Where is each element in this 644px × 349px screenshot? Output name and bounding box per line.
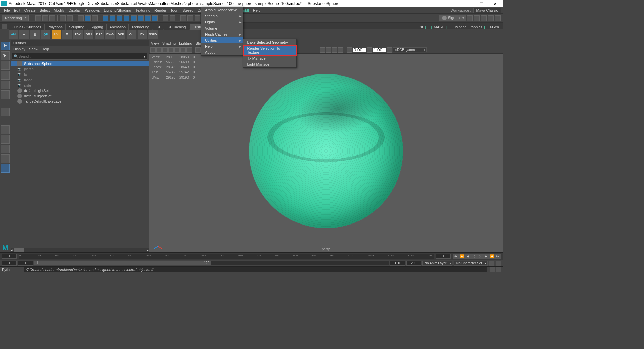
goto-start-icon[interactable]: ⏮	[453, 254, 459, 259]
vp-grid-icon[interactable]	[168, 47, 174, 53]
vp-xray-icon[interactable]	[326, 47, 331, 53]
outliner-search[interactable]: 🔍 ▾	[12, 53, 147, 60]
arnold-menu-standin[interactable]: StandIn▸	[201, 13, 243, 19]
shelf-btn-dae[interactable]: DAE	[95, 30, 104, 39]
time-slider-track[interactable]: 6011516522027532538043548554059564570075…	[19, 254, 434, 259]
layout-icon-4[interactable]	[488, 15, 494, 21]
step-back-icon[interactable]: ◀	[465, 254, 471, 259]
outliner-scrollbar[interactable]: ◂ ▸	[11, 248, 149, 252]
arnold-menu-flushcaches[interactable]: Flush Caches▸	[201, 31, 243, 37]
shelf-btn-fbx[interactable]: FBX	[73, 30, 83, 39]
vp-xray-active-icon[interactable]	[338, 47, 343, 53]
workspace-dropdown[interactable]: Maya Classic	[473, 8, 501, 13]
open-scene-icon[interactable]	[42, 15, 48, 21]
outliner-item-defaultobjectset[interactable]: defaultObjectSet	[11, 93, 149, 99]
save-scene-icon[interactable]	[49, 15, 55, 21]
vp-gamma-icon[interactable]	[367, 47, 372, 53]
two-pane-icon[interactable]	[1, 145, 10, 153]
viewport-menu-shading[interactable]: Shading	[162, 41, 176, 45]
vp-xray-joints-icon[interactable]	[332, 47, 337, 53]
menu-render[interactable]: Render	[152, 8, 168, 12]
vp-bookmark-icon[interactable]	[156, 47, 162, 53]
arnold-menu-arnoldrenderview[interactable]: Arnold RenderView	[201, 7, 243, 13]
vp-image-plane-icon[interactable]	[162, 47, 168, 53]
arnold-menu[interactable]: Arnold RenderViewStandIn▸Lights▸VolumeFl…	[201, 7, 243, 56]
playback-end-field[interactable]	[390, 261, 405, 266]
menu-texturing[interactable]: Texturing	[133, 8, 152, 12]
persp-graph-icon[interactable]	[1, 164, 10, 173]
shelf-btn-[interactable]: ●	[19, 30, 29, 39]
shelf-btn-ex[interactable]: EX	[138, 30, 147, 39]
outliner-menu-show[interactable]: Show	[29, 47, 38, 52]
shelf-tab-mash[interactable]: [ MASH ]	[428, 24, 450, 30]
window-minimize[interactable]: —	[462, 0, 475, 7]
shelf-tab-rendering[interactable]: Rendering	[129, 24, 152, 30]
ipr-icon[interactable]	[195, 15, 200, 21]
outliner-item-turtledefaultbakelayer[interactable]: TurtleDefaultBakeLayer	[11, 99, 149, 104]
arnold-menu-help[interactable]: Help▸	[201, 43, 243, 49]
step-forward-key-icon[interactable]: ⏩	[489, 254, 495, 259]
time-slider[interactable]: 6011516522027532538043548554059564570075…	[0, 252, 503, 260]
help-line-icon[interactable]	[496, 267, 501, 272]
redo-icon[interactable]	[67, 15, 73, 21]
shelf-btn-am[interactable]: AM	[9, 30, 18, 39]
goto-end-icon[interactable]: ⏭	[495, 254, 501, 259]
vp-resolution-gate-icon[interactable]	[180, 47, 186, 53]
scroll-right-icon[interactable]: ▸	[147, 248, 149, 252]
menu-display[interactable]: Display	[67, 8, 83, 12]
character-set-dropdown[interactable]: No Character Set	[454, 261, 488, 266]
signin-dropdown[interactable]: Sign In	[439, 15, 466, 21]
window-close[interactable]: ✕	[488, 0, 502, 7]
layout-icon-5[interactable]	[495, 15, 501, 21]
outliner-item-top[interactable]: top	[11, 72, 149, 77]
menu-stereo[interactable]: Stereo	[180, 8, 195, 12]
snap-point-icon[interactable]	[117, 15, 122, 21]
range-end-field[interactable]	[406, 261, 421, 266]
scale-tool-icon[interactable]	[1, 90, 10, 99]
construction-history-icon[interactable]	[180, 15, 186, 21]
shelf-btn-dxf[interactable]: DXF	[116, 30, 125, 39]
shelf-tab-polygons[interactable]: Polygons	[44, 24, 65, 30]
script-editor-icon[interactable]	[490, 267, 495, 272]
viewport-menu-lighting[interactable]: Lighting	[179, 41, 192, 45]
shelf-btn-uv[interactable]: UV	[52, 30, 61, 39]
layout-icon-2[interactable]	[474, 15, 480, 21]
vp-exposure-icon[interactable]	[347, 47, 352, 53]
vp-exposure-field[interactable]	[353, 48, 366, 52]
select-by-hierarchy-icon[interactable]	[85, 15, 91, 21]
vp-wire-icon[interactable]	[195, 47, 201, 53]
current-time-field[interactable]	[2, 254, 17, 259]
range-slider-track[interactable]: 1 120	[34, 261, 389, 265]
prefs-icon[interactable]	[496, 261, 501, 266]
select-by-object-icon[interactable]	[92, 15, 98, 21]
lasso-tool-icon[interactable]	[1, 51, 10, 60]
snap-x-icon[interactable]	[145, 15, 151, 21]
menu-windows[interactable]: Windows	[83, 8, 102, 12]
step-forward-icon[interactable]: ▶	[483, 254, 489, 259]
vp-camera-icon[interactable]	[150, 47, 156, 53]
range-slider-handle[interactable]: 1 120	[34, 261, 211, 265]
arnold-menu-lights[interactable]: Lights▸	[201, 19, 243, 25]
utilities-renderselectiontotexture[interactable]: Render Selection To Texture	[243, 45, 296, 55]
outliner-tree[interactable]: SubstanceSpherepersptopfrontsidedefaultL…	[11, 60, 149, 248]
shelf-tab-curvessurfaces[interactable]: Curves / Surfaces	[9, 24, 44, 30]
move-tool-icon[interactable]	[1, 71, 10, 80]
render-icon[interactable]	[187, 15, 193, 21]
outliner-menu-help[interactable]: Help	[42, 47, 49, 52]
shelf-btn-[interactable]: ⚙	[62, 30, 72, 39]
menu-toon[interactable]: Toon	[168, 8, 180, 12]
vp-colorspace-icon[interactable]	[387, 47, 392, 53]
four-pane-icon[interactable]	[1, 135, 10, 144]
outliner-menu-display[interactable]: Display	[13, 47, 25, 52]
shelf-btn-qp[interactable]: QP	[41, 30, 50, 39]
shelf-btn-dwg[interactable]: DWG	[105, 30, 115, 39]
outliner-persp-icon[interactable]	[1, 154, 10, 163]
shelf-toggle-icon[interactable]	[2, 30, 7, 39]
shelf-btn-obj[interactable]: OBJ	[84, 30, 93, 39]
last-tool-icon[interactable]	[1, 108, 10, 116]
window-maximize[interactable]: ☐	[475, 0, 488, 7]
shelf-tab-fx[interactable]: FX	[153, 24, 163, 30]
utilities-bakeselectedgeometry[interactable]: Bake Selected Geometry	[243, 39, 296, 45]
autokey-icon[interactable]	[489, 261, 494, 266]
new-scene-icon[interactable]	[35, 15, 41, 21]
